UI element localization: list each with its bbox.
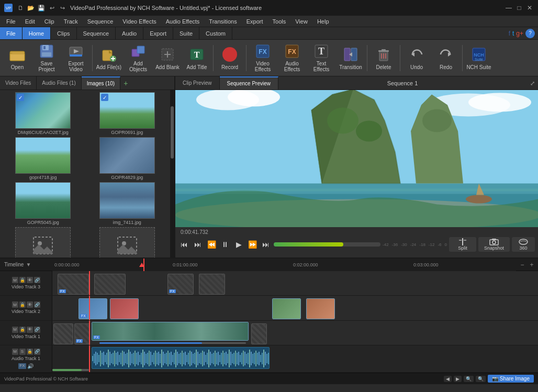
social-icon-gp[interactable]: g+: [516, 30, 523, 37]
delete-button[interactable]: Delete: [369, 42, 398, 74]
audio-fx-button[interactable]: FX: [18, 363, 26, 369]
tab-file[interactable]: File: [0, 27, 23, 39]
menu-track[interactable]: Track: [60, 17, 82, 26]
open-button[interactable]: Open: [3, 42, 31, 74]
clip-vt2-4[interactable]: [306, 298, 335, 319]
tab-clips[interactable]: Clips: [51, 27, 76, 39]
tab-audio[interactable]: Audio: [116, 27, 143, 39]
track-link-button[interactable]: 🔗: [34, 349, 40, 355]
menu-help[interactable]: Help: [313, 17, 333, 26]
nav-prev-button[interactable]: ◀: [444, 376, 452, 382]
tab-audio-files[interactable]: Audio Files (1): [37, 76, 81, 89]
video-effects-button[interactable]: FX Video Effects: [249, 42, 277, 74]
save-project-button[interactable]: Save Project: [32, 42, 61, 74]
new-icon[interactable]: 🗋: [16, 3, 25, 13]
export-video-button[interactable]: Export Video: [62, 42, 90, 74]
go-start-button[interactable]: ⏮: [178, 239, 190, 250]
list-item[interactable]: ✓ DMqt6CIUEAAO2ET.jpg: [2, 92, 84, 135]
undo-button[interactable]: Undo: [402, 42, 431, 74]
list-item[interactable]: gopr4718.jpg: [2, 137, 84, 180]
360-button[interactable]: 360: [512, 237, 535, 252]
prev-frame-button[interactable]: ⏭: [192, 239, 204, 250]
clip-vt1-main[interactable]: FX: [92, 322, 249, 341]
clip-vt3-2[interactable]: [94, 274, 126, 295]
clip-vt2-1[interactable]: FX: [79, 298, 107, 319]
track-eye-button[interactable]: 👁: [27, 327, 33, 333]
track-content-vt1[interactable]: FX FX: [52, 321, 538, 345]
clip-vt1-start[interactable]: [53, 323, 73, 344]
open-icon[interactable]: 📂: [26, 3, 36, 13]
track-solo-button[interactable]: S: [19, 349, 26, 355]
clip-vt3-4[interactable]: [199, 274, 225, 295]
track-lock-button[interactable]: 🔒: [19, 301, 26, 308]
menu-edit[interactable]: Edit: [21, 17, 39, 26]
menu-video-effects[interactable]: Video Effects: [118, 17, 160, 26]
clip-vt1-end[interactable]: [251, 323, 267, 344]
record-button[interactable]: Record: [216, 42, 244, 74]
nch-suite-button[interactable]: NCHSuite NCH Suite: [465, 42, 493, 74]
tab-images[interactable]: Images (10): [82, 76, 120, 89]
track-content-at1[interactable]: [52, 345, 538, 372]
save-icon[interactable]: 💾: [37, 3, 46, 13]
split-button[interactable]: Split: [449, 237, 476, 252]
track-link-button[interactable]: 🔗: [34, 327, 40, 333]
share-image-button[interactable]: 📷 Share Image: [488, 375, 534, 383]
track-link-button[interactable]: 🔗: [34, 301, 40, 308]
track-content-vt2[interactable]: FX: [52, 296, 538, 320]
menu-sequence[interactable]: Sequence: [83, 17, 118, 26]
list-item[interactable]: GOPR5045.jpg: [2, 182, 84, 225]
zoom-in-timeline-button[interactable]: +: [528, 261, 536, 269]
zoom-out-timeline-button[interactable]: −: [518, 261, 526, 269]
list-item[interactable]: [2, 227, 84, 257]
clip-vt2-2[interactable]: [110, 298, 139, 319]
clip-vt3-1[interactable]: FX: [58, 274, 89, 295]
track-mute-button[interactable]: M: [12, 277, 18, 283]
thumbnail-scrollbar[interactable]: [170, 90, 174, 257]
nav-next-button[interactable]: ▶: [454, 376, 462, 382]
track-eye-button[interactable]: 👁: [27, 301, 33, 308]
track-mute-button[interactable]: M: [12, 301, 18, 308]
menu-clip[interactable]: Clip: [40, 17, 59, 26]
track-content-vt3[interactable]: FX FX: [52, 271, 538, 295]
close-button[interactable]: ✕: [525, 4, 534, 12]
menu-file[interactable]: File: [2, 17, 20, 26]
tab-video-files[interactable]: Video Files: [0, 76, 37, 89]
tab-home[interactable]: Home: [23, 27, 51, 39]
play-button[interactable]: ▶: [233, 239, 244, 250]
menu-view[interactable]: View: [291, 17, 312, 26]
tab-suite[interactable]: Suite: [173, 27, 199, 39]
zoom-in-button[interactable]: 🔍: [476, 376, 486, 382]
tab-clip-preview[interactable]: Clip Preview: [175, 76, 220, 89]
minimize-button[interactable]: —: [505, 4, 513, 12]
list-item[interactable]: [86, 227, 169, 257]
track-eye-button[interactable]: 👁: [27, 277, 33, 283]
social-icon-fb[interactable]: f: [509, 30, 510, 37]
menu-export[interactable]: Export: [242, 17, 267, 26]
tab-custom[interactable]: Custom: [199, 27, 232, 39]
undo-tb-icon[interactable]: ↩: [47, 3, 57, 13]
redo-tb-icon[interactable]: ↪: [58, 3, 67, 13]
list-item[interactable]: ✓ GOPR0691.jpg: [86, 92, 169, 135]
progress-bar[interactable]: [274, 242, 380, 247]
audio-clip-main[interactable]: [92, 347, 270, 369]
menu-transitions[interactable]: Transitions: [205, 17, 241, 26]
text-effects-button[interactable]: T Text Effects: [307, 42, 335, 74]
scroll-thumb[interactable]: [171, 106, 174, 159]
clip-volume-bar[interactable]: [99, 342, 246, 344]
menu-audio-effects[interactable]: Audio Effects: [162, 17, 204, 26]
tab-sequence[interactable]: Sequence: [77, 27, 116, 39]
transition-button[interactable]: Transition: [337, 42, 365, 74]
menu-tools[interactable]: Tools: [268, 17, 290, 26]
add-objects-button[interactable]: Add Objects: [124, 42, 152, 74]
clip-vt1-2[interactable]: FX: [74, 323, 90, 344]
track-lock-button[interactable]: 🔒: [27, 349, 33, 355]
track-mute-button[interactable]: M: [12, 327, 18, 333]
fast-forward-button[interactable]: ⏩: [246, 239, 258, 250]
clip-vt3-3[interactable]: FX: [167, 274, 194, 295]
tab-sequence-preview[interactable]: Sequence Preview: [220, 76, 278, 89]
expand-preview-button[interactable]: ⤢: [526, 76, 538, 90]
audio-effects-button[interactable]: FX Audio Effects: [278, 42, 306, 74]
help-icon[interactable]: ?: [525, 29, 535, 38]
add-files-button[interactable]: Add File(s): [95, 42, 123, 74]
list-item[interactable]: GOPR4829.jpg: [86, 137, 169, 180]
